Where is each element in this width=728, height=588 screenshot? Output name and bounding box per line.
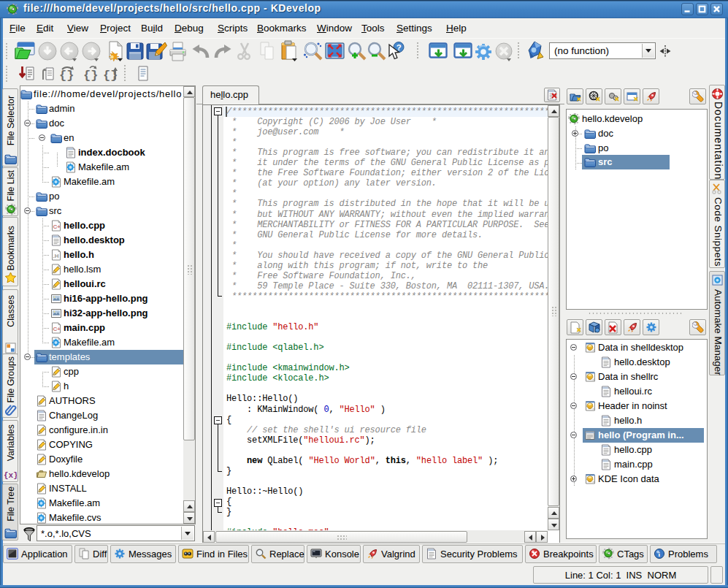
svg-text:{}: {}	[83, 69, 98, 83]
svg-text:{}: {}	[59, 69, 74, 83]
svg-text:{x}: {x}	[4, 471, 17, 480]
